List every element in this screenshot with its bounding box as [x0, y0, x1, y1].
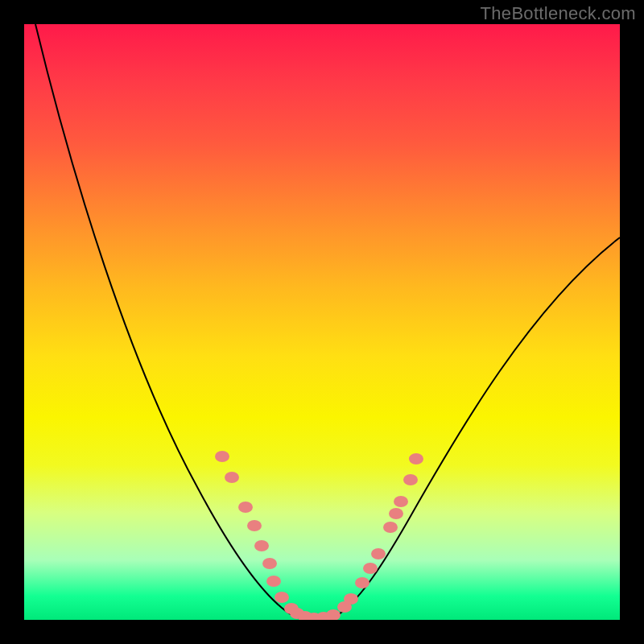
data-point	[225, 472, 239, 483]
watermark-text: TheBottleneck.com	[481, 3, 636, 24]
plot-area	[24, 24, 620, 620]
data-point	[254, 540, 269, 551]
data-point	[409, 453, 423, 464]
data-point	[238, 502, 253, 513]
data-point	[389, 508, 403, 519]
data-point	[383, 522, 398, 533]
bottleneck-curve	[35, 24, 620, 620]
data-point	[266, 576, 281, 587]
data-point	[394, 496, 408, 507]
data-point	[326, 609, 341, 620]
data-point	[215, 451, 229, 462]
data-point	[371, 548, 386, 559]
data-point	[275, 592, 289, 603]
data-point	[363, 563, 378, 574]
data-point	[344, 593, 358, 605]
data-point	[403, 474, 418, 485]
data-point	[247, 520, 262, 531]
chart-frame: TheBottleneck.com	[0, 0, 644, 644]
data-point	[355, 577, 369, 588]
chart-svg	[24, 24, 620, 620]
data-point	[262, 558, 277, 569]
data-point-group	[215, 451, 423, 620]
